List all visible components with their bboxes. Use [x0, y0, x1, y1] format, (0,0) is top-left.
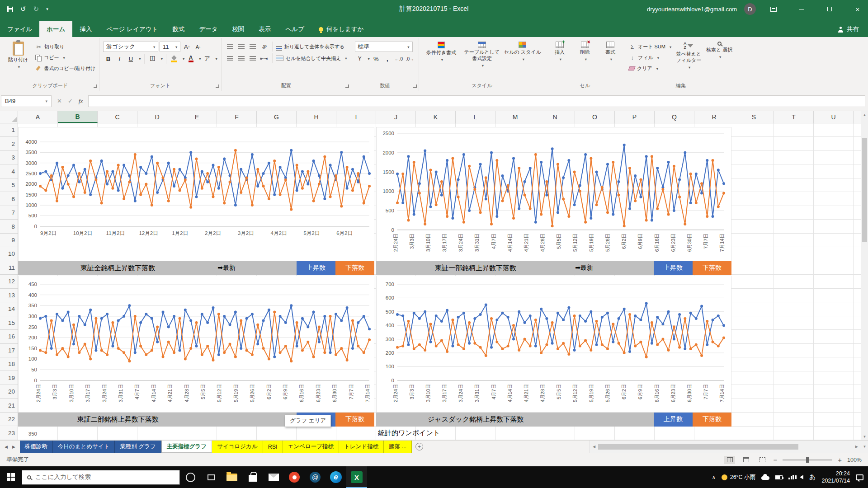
- phonetic-button[interactable]: ア: [202, 54, 212, 64]
- autosum-button[interactable]: Σオート SUM▾: [629, 42, 671, 52]
- decrease-font-size-button[interactable]: A↓: [193, 42, 203, 52]
- dialog-launcher-alignment[interactable]: [345, 84, 349, 88]
- orientation-button[interactable]: ab: [257, 39, 271, 53]
- ime-indicator[interactable]: あ: [809, 473, 816, 481]
- horizontal-scrollbar[interactable]: ◀ ▶: [590, 441, 861, 453]
- redo-button[interactable]: ↻: [33, 5, 39, 13]
- align-left-button[interactable]: [225, 53, 235, 63]
- underline-button[interactable]: U: [126, 54, 136, 64]
- zoom-out-button[interactable]: −: [773, 456, 777, 464]
- excel-taskbar-button[interactable]: X: [346, 466, 367, 488]
- app-red-button[interactable]: [284, 466, 305, 488]
- prev-sheet-arrow[interactable]: ◀: [5, 445, 8, 449]
- borders-button[interactable]: 田: [148, 54, 158, 64]
- edge-button[interactable]: e: [326, 466, 346, 488]
- sheet-tab-今日のまとめサイト[interactable]: 今日のまとめサイト: [53, 441, 115, 453]
- stat-note-cell[interactable]: 統計的ワンポイント: [378, 427, 440, 440]
- ribbon-tab-データ[interactable]: データ: [192, 21, 225, 37]
- conditional-formatting-button[interactable]: 条件付き書式▾: [423, 39, 460, 68]
- increase-font-size-button[interactable]: A↑: [182, 42, 192, 52]
- copy-button[interactable]: コピー▾: [35, 53, 95, 62]
- vertical-scroll-thumb[interactable]: [862, 138, 867, 242]
- battery-icon[interactable]: [775, 475, 783, 479]
- sheet-tab-サイコロジカル[interactable]: サイコロジカル: [212, 441, 263, 453]
- delete-cells-button[interactable]: 削除▾: [574, 39, 596, 61]
- cancel-entry-button[interactable]: ✕: [57, 98, 62, 104]
- latest-link[interactable]: ➡最新: [217, 261, 236, 275]
- number-format-select[interactable]: 標準▾: [355, 42, 413, 52]
- ribbon-tab-ファイル[interactable]: ファイル: [0, 21, 39, 37]
- start-button[interactable]: [0, 466, 22, 488]
- maximize-button[interactable]: [819, 0, 840, 18]
- zoom-slider[interactable]: [783, 460, 832, 460]
- insert-cells-button[interactable]: 挿入▾: [549, 39, 571, 61]
- ribbon-tab-ページ レイアウト[interactable]: ページ レイアウト: [99, 21, 165, 37]
- find-select-button[interactable]: 検索と 選択▾: [706, 39, 733, 73]
- legend-button-down[interactable]: 下落数: [335, 261, 374, 275]
- new-sheet-button[interactable]: +: [415, 443, 423, 450]
- name-box[interactable]: B49 ▾: [1, 95, 52, 107]
- legend-button-up[interactable]: 上昇数: [297, 261, 335, 275]
- sheet-tab-騰落 ...[interactable]: 騰落 ...: [384, 441, 412, 453]
- cell-styles-button[interactable]: セルの スタイル▾: [504, 39, 541, 68]
- ribbon-display-options-button[interactable]: [763, 0, 784, 18]
- zoom-slider-thumb[interactable]: [806, 457, 809, 463]
- zoom-level[interactable]: 100%: [847, 457, 862, 463]
- hidden-icons-button[interactable]: ∧: [712, 474, 716, 480]
- latest-link[interactable]: ➡最新: [575, 261, 593, 275]
- format-painter-button[interactable]: 書式のコピー/貼り付け: [35, 64, 95, 73]
- ribbon-tab-数式[interactable]: 数式: [165, 21, 192, 37]
- paste-button[interactable]: 貼り付け ▾: [5, 39, 32, 73]
- ribbon-tab-表示[interactable]: 表示: [252, 21, 278, 37]
- legend-button-down[interactable]: 下落数: [693, 261, 731, 275]
- page-layout-view-button[interactable]: [741, 456, 751, 464]
- scroll-down-arrow[interactable]: ▼: [861, 433, 868, 440]
- customize-qat-button[interactable]: ▾: [46, 7, 48, 11]
- network-icon[interactable]: [788, 475, 794, 479]
- scroll-right-arrow[interactable]: ▶: [854, 445, 860, 449]
- sheet-tab-トレンド指標[interactable]: トレンド指標: [339, 441, 384, 453]
- line-chart-1[interactable]: 050010001500200025003000350040009月2日10月2…: [18, 127, 374, 261]
- taskbar-search-box[interactable]: ここに入力して検索: [22, 470, 180, 485]
- decrease-decimal-button[interactable]: .0→: [405, 54, 415, 64]
- cortana-button[interactable]: [180, 466, 201, 488]
- mail-button[interactable]: [263, 466, 284, 488]
- fill-color-button[interactable]: [170, 54, 179, 64]
- line-chart-4[interactable]: 01002003004005006007002月24日3月3日3月10日3月17…: [376, 276, 731, 413]
- dialog-launcher-clipboard[interactable]: [94, 84, 97, 88]
- volume-icon[interactable]: [800, 475, 803, 479]
- sheet-tab-エンベロープ指標[interactable]: エンベロープ指標: [283, 441, 339, 453]
- ribbon-tab-校閲[interactable]: 校閲: [225, 21, 252, 37]
- store-button[interactable]: [242, 466, 263, 488]
- legend-button-up[interactable]: 上昇数: [654, 261, 693, 275]
- font-name-select[interactable]: 游ゴシック▾: [103, 42, 158, 52]
- currency-format-button[interactable]: ￥: [355, 54, 365, 64]
- align-bottom-button[interactable]: [248, 42, 258, 52]
- sort-filter-button[interactable]: AZ 並べ替えと フィルター▾: [675, 39, 702, 73]
- merge-center-button[interactable]: セルを結合して中央揃え▾: [276, 54, 347, 63]
- align-right-button[interactable]: [248, 53, 258, 63]
- comma-format-button[interactable]: ,: [382, 54, 392, 64]
- dialog-launcher-font[interactable]: [216, 84, 219, 88]
- app-at-button[interactable]: @: [305, 466, 326, 488]
- minimize-button[interactable]: [791, 0, 812, 18]
- tell-me-box[interactable]: 何をしますか: [311, 21, 371, 37]
- clear-button[interactable]: クリア▾: [629, 64, 671, 73]
- horizontal-scroll-thumb[interactable]: [598, 444, 798, 450]
- file-explorer-button[interactable]: [222, 466, 242, 488]
- account-email[interactable]: dryyourtearswithlove1@gmail.com: [647, 6, 737, 13]
- font-size-select[interactable]: 11▾: [160, 42, 180, 52]
- cloud-icon[interactable]: [761, 476, 769, 480]
- scroll-left-arrow[interactable]: ◀: [591, 445, 597, 449]
- legend-button-down[interactable]: 下落数: [693, 413, 731, 426]
- formula-input[interactable]: [88, 95, 865, 107]
- cut-button[interactable]: ✂切り取り: [35, 42, 95, 52]
- normal-view-button[interactable]: [724, 456, 735, 464]
- share-button[interactable]: 共有: [829, 21, 868, 37]
- avatar[interactable]: D: [744, 3, 756, 15]
- scroll-up-arrow[interactable]: ▲: [861, 111, 868, 118]
- sheet-tab-業種別 グラフ[interactable]: 業種別 グラフ: [115, 441, 161, 453]
- fill-button[interactable]: ↓フィル▾: [629, 53, 671, 62]
- notification-button[interactable]: [856, 474, 863, 480]
- sheet-tab-主要指標グラフ[interactable]: 主要指標グラフ: [161, 441, 212, 453]
